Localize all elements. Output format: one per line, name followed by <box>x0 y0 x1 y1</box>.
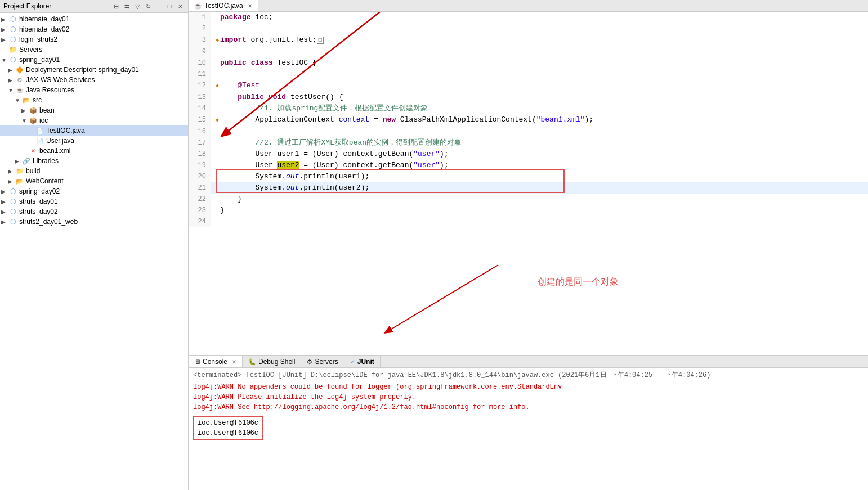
same-object-annotation: 创建的是同一个对象 <box>538 276 619 288</box>
tree-label: TestIOC.java <box>46 127 85 134</box>
code-editor[interactable]: 1 package ioc; 2 3 ◆import org.junit.Tes… <box>189 12 868 355</box>
tree-item-deployment[interactable]: ▶ 🔶 Deployment Descriptor: spring_day01 <box>0 65 188 75</box>
code-line-21: 21 System.out.println(user2); <box>189 182 868 194</box>
expand-arrow: ▼ <box>8 87 15 93</box>
tree-item-java-resources[interactable]: ▼ ☕ Java Resources <box>0 85 188 95</box>
code-line-13: 13 public void testUser() { <box>189 92 868 103</box>
expand-arrow: ▶ <box>1 16 8 23</box>
project-icon: ⬡ <box>8 15 18 24</box>
tree-item-servers[interactable]: 📁 Servers <box>0 44 188 55</box>
debug-shell-label: Debug Shell <box>258 358 295 366</box>
tree-item-webcontent[interactable]: ▶ 📂 WebContent <box>0 176 188 186</box>
project-icon: ⬡ <box>8 217 18 226</box>
expand-arrow: ▶ <box>8 77 15 83</box>
tab-servers[interactable]: ⚙ Servers <box>301 356 344 367</box>
console-output-line-2: ioc.User@f6106c <box>198 428 258 438</box>
code-line-22: 22 } <box>189 194 868 205</box>
folder-icon: 📁 <box>8 45 18 54</box>
expand-arrow: ▶ <box>1 219 8 225</box>
tree-item-hibernate-day02[interactable]: ▶ ⬡ hibernate_day02 <box>0 24 188 34</box>
code-line-14: 14 //1. 加载spring配置文件，根据配置文件创建对象 <box>189 103 868 114</box>
tree-item-ioc[interactable]: ▼ 📦 ioc <box>0 115 188 125</box>
sidebar-title: Project Explorer <box>3 2 51 10</box>
expand-arrow: ▶ <box>8 168 15 174</box>
tab-junit[interactable]: ✓ JUnit <box>344 356 381 367</box>
project-icon: ⬡ <box>8 197 18 206</box>
java-tab-icon: ☕ <box>194 2 202 10</box>
console-tab-close[interactable]: ✕ <box>232 359 236 365</box>
folder-icon: 📁 <box>15 167 25 176</box>
console-tab-icon: 🖥 <box>194 358 200 365</box>
tree-label: Deployment Descriptor: spring_day01 <box>26 66 139 74</box>
console-output-box: ioc.User@f6106c ioc.User@f6106c <box>193 416 263 440</box>
tree-label: src <box>33 96 42 104</box>
code-line-2: 2 <box>189 23 868 34</box>
project-explorer-panel: Project Explorer ⊟ ⇆ ▽ ↻ — □ ✕ ▶ ⬡ hiber… <box>0 0 189 490</box>
code-line-12: 12 ◆ @Test <box>189 80 868 92</box>
tree-item-struts2-day01-web[interactable]: ▶ ⬡ struts2_day01_web <box>0 217 188 227</box>
tab-debug-shell[interactable]: 🐛 Debug Shell <box>243 356 301 367</box>
code-line-23: 23 } <box>189 205 868 216</box>
debug-shell-icon: 🐛 <box>248 358 256 366</box>
maximize-icon[interactable]: □ <box>165 2 174 11</box>
tree-item-libraries[interactable]: ▶ 🔗 Libraries <box>0 156 188 166</box>
tree-item-struts-day01[interactable]: ▶ ⬡ struts_day01 <box>0 196 188 206</box>
tree-item-user-java[interactable]: 📄 User.java <box>0 136 188 146</box>
expand-arrow: ▶ <box>1 209 8 215</box>
service-icon: ⚙ <box>15 75 25 84</box>
tab-console[interactable]: 🖥 Console ✕ <box>189 356 243 367</box>
tree-label: JAX-WS Web Services <box>26 76 95 84</box>
tree-label: User.java <box>46 137 74 145</box>
editor-tab-testioc[interactable]: ☕ TestIOC.java ✕ <box>189 0 258 11</box>
tree-label: Libraries <box>33 157 59 165</box>
tree-item-struts-day02[interactable]: ▶ ⬡ struts_day02 <box>0 206 188 217</box>
tree-item-login-struts2[interactable]: ▶ ⬡ login_struts2 <box>0 34 188 44</box>
sync-icon[interactable]: ↻ <box>144 2 153 11</box>
tree-item-testioc-java[interactable]: 📄 TestIOC.java <box>0 125 188 136</box>
console-terminated-text: <terminated> TestIOC [JUnit] D:\eclipse\… <box>193 370 863 380</box>
junit-icon: ✓ <box>350 358 355 366</box>
package-icon: 📦 <box>28 106 38 115</box>
tree-item-spring-day01[interactable]: ▼ ⬡ spring_day01 <box>0 55 188 65</box>
jar-icon: ☕ <box>15 86 25 95</box>
tree-label: hibernate_day01 <box>19 15 69 23</box>
java-file-icon: 📄 <box>35 136 45 145</box>
expand-arrow: ▶ <box>1 199 8 205</box>
code-line-10: 10 public class TestIOC { <box>189 57 868 69</box>
tree-label: build <box>26 167 40 175</box>
tab-close-button[interactable]: ✕ <box>248 3 252 9</box>
tree-item-bean1-xml[interactable]: ✕ bean1.xml <box>0 146 188 156</box>
close-icon[interactable]: ✕ <box>176 2 185 11</box>
tree-label: spring_day02 <box>19 187 60 195</box>
expand-arrow: ▶ <box>1 37 8 43</box>
console-tab-bar: 🖥 Console ✕ 🐛 Debug Shell ⚙ Servers ✓ JU… <box>189 356 868 368</box>
code-line-19: 19 User user2 = (User) context.getBean("… <box>189 160 868 171</box>
tree-item-jaxws[interactable]: ▶ ⚙ JAX-WS Web Services <box>0 75 188 85</box>
collapse-all-icon[interactable]: ⊟ <box>111 2 120 11</box>
tree-label: spring_day01 <box>19 56 60 64</box>
src-folder-icon: 📂 <box>21 96 32 105</box>
svg-line-1 <box>386 265 498 332</box>
tree-item-spring-day02[interactable]: ▶ ⬡ spring_day02 <box>0 186 188 196</box>
tree-label: struts_day02 <box>19 208 58 215</box>
tree-label: ioc <box>39 116 48 124</box>
minimize-icon[interactable]: — <box>154 2 163 11</box>
servers-label: Servers <box>315 358 338 366</box>
tree-label: login_struts2 <box>19 35 57 43</box>
tree-item-bean[interactable]: ▶ 📦 bean <box>0 105 188 115</box>
editor-tab-bar: ☕ TestIOC.java ✕ <box>189 0 868 12</box>
code-line-18: 18 User user1 = (User) context.getBean("… <box>189 149 868 160</box>
console-output-line-1: ioc.User@f6106c <box>198 418 258 428</box>
console-warn-line-3: log4j:WARN See http://logging.apache.org… <box>193 402 863 412</box>
tree-item-build[interactable]: ▶ 📁 build <box>0 166 188 176</box>
tree-item-hibernate-day01[interactable]: ▶ ⬡ hibernate_day01 <box>0 14 188 24</box>
project-icon: ⬡ <box>8 187 18 196</box>
tree-label: WebContent <box>26 177 64 185</box>
filter-icon[interactable]: ▽ <box>133 2 142 11</box>
code-line-24: 24 <box>189 216 868 227</box>
tree-item-src[interactable]: ▼ 📂 src <box>0 95 188 105</box>
junit-label: JUnit <box>357 358 374 366</box>
expand-arrow: ▶ <box>1 188 8 195</box>
tree-label: struts_day01 <box>19 197 58 205</box>
link-with-editor-icon[interactable]: ⇆ <box>122 2 131 11</box>
